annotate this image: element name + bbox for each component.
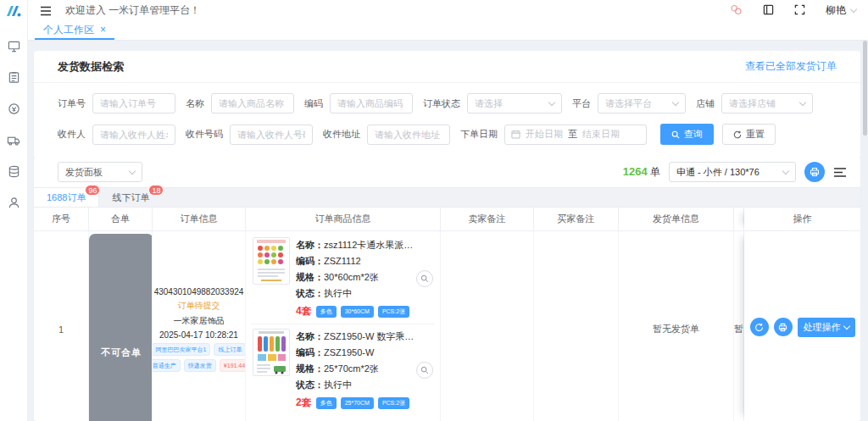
magnifier-icon	[420, 366, 429, 374]
print-button[interactable]	[804, 162, 825, 182]
app-logo-icon	[5, 4, 22, 21]
product-code: ZSZ1112	[324, 256, 361, 266]
tab-badge: 18	[148, 185, 164, 196]
magnifier-icon	[420, 274, 429, 283]
field-label: 下单日期	[460, 128, 498, 141]
product-spec-label: 规格：	[296, 272, 324, 282]
waybill-template-select[interactable]: 申通 - 小件 / 130*76	[669, 162, 796, 182]
shop-select[interactable]: 请选择店铺	[721, 93, 813, 114]
th-merge: 合单	[89, 208, 153, 230]
process-action-button[interactable]: 处理操作	[798, 318, 855, 337]
product-spec-label: 规格：	[296, 363, 324, 374]
calendar-icon	[511, 130, 520, 139]
th-seller-note: 卖家备注	[441, 208, 534, 230]
order-shop: 一米家居饰品	[174, 315, 225, 327]
select-placeholder: 请选择	[475, 97, 549, 110]
order-tag: 快递发货	[184, 359, 216, 372]
product-spec: 25*70cm*2张	[324, 363, 379, 374]
chevron-down-icon	[843, 323, 849, 330]
shipping-search-panel: 发货数据检索 查看已全部发货订单 订单号 名称 编码 订单状态 请选择	[34, 51, 860, 158]
orders-panel: 发货面板 1264 单 申通 - 小件 / 130*76 1688订单 96 线…	[34, 157, 860, 421]
chevron-down-icon	[799, 98, 806, 105]
clipped-cell: 暂	[734, 231, 744, 421]
order-tag: 阿里巴巴卖家平台1	[153, 343, 210, 356]
preview-button[interactable]	[416, 362, 433, 379]
fullscreen-icon[interactable]	[794, 3, 805, 19]
merge-status-badge: 不可合单	[89, 234, 153, 421]
link-icon[interactable]	[730, 3, 743, 19]
product-status: 执行中	[324, 379, 352, 390]
sidebar-item-user[interactable]	[8, 197, 20, 209]
order-no-input[interactable]	[92, 93, 175, 114]
order-tag: 线上订单	[214, 343, 246, 356]
receiver-address-input[interactable]	[367, 125, 450, 145]
waybill-template-value: 申通 - 小件 / 130*76	[676, 166, 783, 179]
layout-panel-icon[interactable]	[763, 3, 774, 19]
preview-button[interactable]	[416, 270, 433, 287]
field-label: 订单号	[58, 97, 86, 110]
printer-icon	[778, 323, 787, 332]
product-tag: 25*70CM	[341, 397, 374, 409]
th-buyer-note: 买家备注	[534, 208, 619, 230]
order-date-range-picker[interactable]: 开始日期 至 结束日期	[504, 125, 647, 145]
sidebar-item-shipping[interactable]	[7, 134, 20, 147]
tab-label: 线下订单	[112, 191, 149, 204]
chevron-down-icon	[782, 167, 789, 174]
receiver-name-input[interactable]	[92, 125, 175, 145]
order-count-unit: 单	[650, 166, 660, 178]
order-info-cell: 4304301049882033924 订单待提交 一米家居饰品 2025-04…	[153, 231, 246, 421]
reset-button[interactable]: 重置	[722, 124, 776, 145]
print-order-button[interactable]	[774, 318, 793, 336]
page-scrollbar[interactable]	[863, 41, 867, 136]
column-settings-icon[interactable]	[833, 167, 847, 178]
sync-button[interactable]	[750, 318, 769, 336]
collapse-menu-icon[interactable]	[40, 6, 52, 16]
product-code-label: 编码：	[296, 347, 324, 357]
product-item: 名称：zsz1112卡通水果派对数字英文墙贴儿… 编码：ZSZ1112 规格：3…	[251, 233, 435, 324]
buyer-note-cell	[534, 231, 619, 421]
tab-personal-workspace[interactable]: 个人工作区 ×	[35, 21, 114, 40]
query-button[interactable]: 查询	[660, 124, 714, 145]
field-label: 收件号码	[186, 128, 223, 141]
user-menu[interactable]: 柳艳	[826, 3, 856, 18]
process-action-label: 处理操作	[804, 321, 841, 334]
table-row: 1 不可合单 4304301049882033924 订单待提交 一米家居饰品 …	[34, 231, 860, 421]
product-tag: 多色	[316, 397, 337, 409]
order-count-number: 1264	[623, 165, 648, 178]
refresh-icon	[754, 323, 764, 332]
sidebar-item-finance[interactable]	[8, 102, 20, 115]
seller-note-cell	[441, 231, 534, 421]
th-seq: 序号	[34, 208, 89, 230]
order-time: 2025-04-17 10:28:21	[159, 330, 238, 340]
product-tag: 多色	[316, 306, 337, 318]
product-tag: 30*60CM	[341, 306, 374, 318]
board-select-value: 发货面板	[65, 166, 130, 179]
merge-cell: 不可合单	[89, 231, 153, 421]
view-all-shipped-link[interactable]: 查看已全部发货订单	[745, 59, 837, 74]
sidebar-item-database[interactable]	[8, 165, 20, 178]
panel-title: 发货数据检索	[58, 59, 124, 75]
tab-label: 1688订单	[47, 191, 86, 204]
th-product-info: 订单商品信息	[246, 208, 441, 230]
receiver-phone-input[interactable]	[230, 125, 313, 145]
field-label: 名称	[186, 97, 204, 110]
close-icon[interactable]: ×	[100, 25, 106, 35]
product-code-input[interactable]	[330, 93, 413, 114]
order-price-tag: ¥191.44	[220, 359, 246, 372]
username: 柳艳	[826, 3, 846, 18]
product-name-input[interactable]	[211, 93, 294, 114]
tab-1688-orders[interactable]: 1688订单 96	[34, 188, 99, 207]
workspace-tabbar: 个人工作区 ×	[28, 21, 868, 41]
product-status-label: 状态：	[296, 288, 324, 298]
product-name: ZSZ1950-W 数字乘法表卡通火车墙贴儿…	[324, 331, 433, 341]
sidebar-item-orders[interactable]	[8, 71, 20, 84]
sidebar-item-workspace[interactable]	[8, 40, 20, 53]
order-status-select[interactable]: 请选择	[467, 93, 562, 114]
platform-select[interactable]: 请选择平台	[598, 93, 686, 114]
product-name: zsz1112卡通水果派对数字英文墙贴儿…	[324, 240, 433, 250]
select-placeholder: 请选择平台	[605, 97, 673, 110]
product-status-label: 状态：	[296, 379, 324, 390]
board-select[interactable]: 发货面板	[58, 162, 142, 182]
printer-icon	[810, 167, 820, 177]
tab-offline-orders[interactable]: 线下订单 18	[99, 188, 162, 207]
